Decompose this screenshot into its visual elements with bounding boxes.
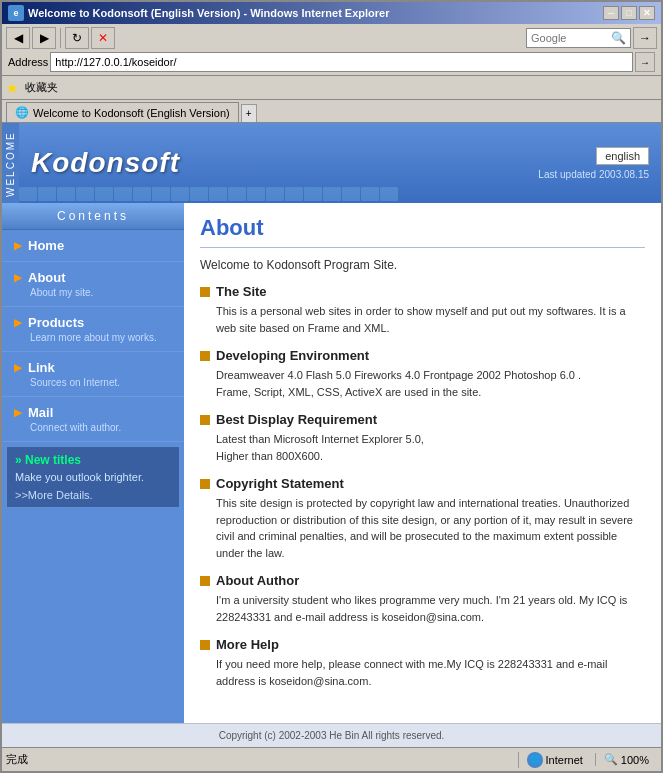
- sidebar-item-about-sub: About my site.: [14, 287, 172, 298]
- sidebar-item-mail-sub: Connect with author.: [14, 422, 172, 433]
- tab-main[interactable]: 🌐 Welcome to Kodonsoft (English Version): [6, 102, 239, 122]
- sidebar-item-products-sub: Learn more about my works.: [14, 332, 172, 343]
- last-updated: Last updated 2003.08.15: [538, 169, 649, 180]
- stop-button[interactable]: ✕: [91, 27, 115, 49]
- section-dev-env-header: Developing Environment: [200, 348, 645, 363]
- section-dev-env: Developing Environment Dreamweaver 4.0 F…: [200, 348, 645, 400]
- bullet-icon: [200, 351, 210, 361]
- header-tiles: [19, 187, 661, 203]
- new-titles-arrow-icon: »: [15, 453, 22, 467]
- sidebar: Contents ▶ Home ▶ About: [2, 203, 184, 723]
- section-the-site-header: The Site: [200, 284, 645, 299]
- sidebar-item-home-title: ▶ Home: [14, 238, 172, 253]
- welcome-label: WELCOME: [2, 123, 19, 203]
- arrow-icon: ▶: [14, 407, 22, 418]
- section-copyright: Copyright Statement This site design is …: [200, 476, 645, 561]
- new-tab-button[interactable]: +: [241, 104, 257, 122]
- title-bar-left: e Welcome to Kodonsoft (English Version)…: [8, 5, 390, 21]
- english-button[interactable]: english: [596, 147, 649, 165]
- search-icon[interactable]: 🔍: [611, 31, 626, 45]
- status-bar: 完成 🌐 Internet 🔍 100%: [2, 747, 661, 771]
- bullet-icon: [200, 479, 210, 489]
- header-tile: [19, 187, 37, 201]
- address-input[interactable]: [50, 52, 633, 72]
- header-tile: [266, 187, 284, 201]
- back-button[interactable]: ◀: [6, 27, 30, 49]
- title-bar: e Welcome to Kodonsoft (English Version)…: [2, 2, 661, 24]
- sidebar-item-link-title: ▶ Link: [14, 360, 172, 375]
- go-button[interactable]: →: [635, 52, 655, 72]
- new-titles-header[interactable]: » New titles: [15, 453, 171, 467]
- header-tile: [171, 187, 189, 201]
- header-tile: [361, 187, 379, 201]
- browser-content: WELCOME Kodonsoft english Last updated 2…: [2, 123, 661, 747]
- new-titles-text: Make you outlook brighter.: [15, 471, 171, 483]
- section-about-author-header: About Author: [200, 573, 645, 588]
- header-tile: [209, 187, 227, 201]
- section-the-site-body: This is a personal web sites in order to…: [200, 303, 645, 336]
- section-about-author-body: I'm a university student who likes progr…: [200, 592, 645, 625]
- globe-icon: 🌐: [527, 752, 543, 768]
- tab-bar: 🌐 Welcome to Kodonsoft (English Version)…: [2, 100, 661, 123]
- favorites-label[interactable]: 收藏夹: [25, 80, 58, 95]
- search-input[interactable]: [531, 32, 611, 44]
- status-text: 完成: [6, 752, 514, 767]
- bullet-icon: [200, 640, 210, 650]
- sidebar-item-products-title: ▶ Products: [14, 315, 172, 330]
- section-dev-env-body: Dreamweaver 4.0 Flash 5.0 Fireworks 4.0 …: [200, 367, 645, 400]
- internet-label: Internet: [546, 754, 583, 766]
- section-copyright-header: Copyright Statement: [200, 476, 645, 491]
- section-more-help-body: If you need more help, please connect wi…: [200, 656, 645, 689]
- section-display-req-header: Best Display Requirement: [200, 412, 645, 427]
- forward-button[interactable]: ▶: [32, 27, 56, 49]
- page-title: About: [200, 215, 645, 241]
- header-tile: [285, 187, 303, 201]
- section-about-author: About Author I'm a university student wh…: [200, 573, 645, 625]
- bullet-icon: [200, 415, 210, 425]
- main-layout: Contents ▶ Home ▶ About: [2, 203, 661, 723]
- header-tile: [76, 187, 94, 201]
- zoom-icon: 🔍: [604, 753, 618, 766]
- maximize-button[interactable]: □: [621, 6, 637, 20]
- minimize-button[interactable]: ─: [603, 6, 619, 20]
- site-header: Kodonsoft english Last updated 2003.08.1…: [19, 123, 661, 203]
- search-go-button[interactable]: →: [633, 27, 657, 49]
- sidebar-item-about[interactable]: ▶ About About my site.: [2, 262, 184, 307]
- status-internet: 🌐 Internet: [518, 752, 591, 768]
- sidebar-item-home[interactable]: ▶ Home: [2, 230, 184, 262]
- close-button[interactable]: ✕: [639, 6, 655, 20]
- tab-label: Welcome to Kodonsoft (English Version): [33, 107, 230, 119]
- ie-icon: e: [8, 5, 24, 21]
- header-tile: [247, 187, 265, 201]
- sidebar-new-titles: » New titles Make you outlook brighter. …: [6, 446, 180, 508]
- header-tile: [304, 187, 322, 201]
- section-copyright-body: This site design is protected by copyrig…: [200, 495, 645, 561]
- tab-icon: 🌐: [15, 106, 29, 119]
- toolbar-area: ◀ ▶ ↻ ✕ 🔍 → Address →: [2, 24, 661, 76]
- header-tile: [152, 187, 170, 201]
- status-right: 🌐 Internet 🔍 100%: [518, 752, 657, 768]
- favorites-star-icon: ★: [6, 80, 19, 96]
- site-logo: Kodonsoft: [31, 147, 180, 179]
- site-wrapper: WELCOME Kodonsoft english Last updated 2…: [2, 123, 661, 747]
- window-title: Welcome to Kodonsoft (English Version) -…: [28, 7, 390, 19]
- address-label: Address: [8, 56, 48, 68]
- nav-separator: [60, 28, 61, 48]
- arrow-icon: ▶: [14, 317, 22, 328]
- more-details-link[interactable]: >>More Details.: [15, 489, 171, 501]
- sidebar-item-about-title: ▶ About: [14, 270, 172, 285]
- arrow-icon: ▶: [14, 272, 22, 283]
- search-box: 🔍: [526, 28, 631, 48]
- bullet-icon: [200, 576, 210, 586]
- sidebar-item-link[interactable]: ▶ Link Sources on Internet.: [2, 352, 184, 397]
- header-tile: [342, 187, 360, 201]
- favorites-bar: ★ 收藏夹: [2, 76, 661, 100]
- nav-bar: ◀ ▶ ↻ ✕ 🔍 →: [4, 26, 659, 50]
- refresh-button[interactable]: ↻: [65, 27, 89, 49]
- status-zoom: 🔍 100%: [595, 753, 657, 766]
- page-area: WELCOME Kodonsoft english Last updated 2…: [2, 123, 661, 747]
- sidebar-item-mail[interactable]: ▶ Mail Connect with author.: [2, 397, 184, 442]
- address-bar: Address →: [4, 51, 659, 73]
- title-bar-buttons: ─ □ ✕: [603, 6, 655, 20]
- sidebar-item-products[interactable]: ▶ Products Learn more about my works.: [2, 307, 184, 352]
